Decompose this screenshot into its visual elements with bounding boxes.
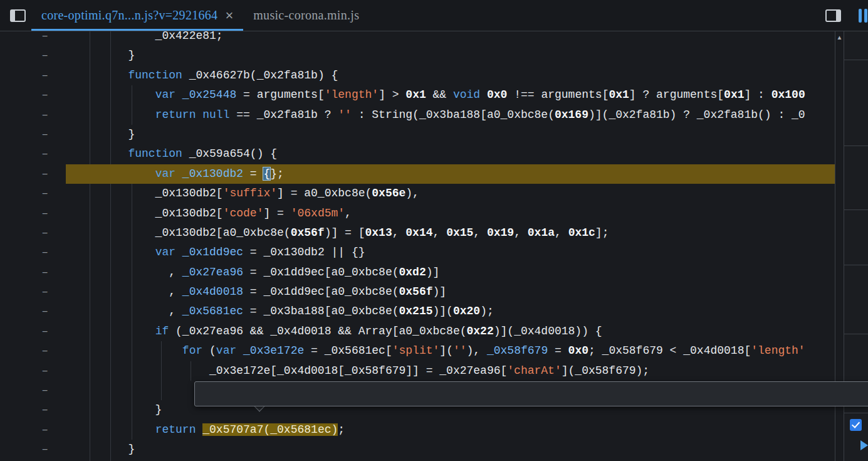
toggle-debugger-sidebar-button[interactable] <box>825 9 841 22</box>
code-token: 0x13 <box>365 226 392 239</box>
code-token: _0x59a654() { <box>182 147 277 160</box>
code-token: '' <box>338 109 352 121</box>
pause-script-icon[interactable] <box>859 9 867 23</box>
line-gutter[interactable]: – <box>0 184 66 203</box>
code-token: '' <box>453 344 467 357</box>
code-token: )] = [ <box>325 226 365 239</box>
code-token: = _0x1dd9ec[a0_0xbc8e( <box>243 266 399 278</box>
toggle-navigator-sidebar-button[interactable] <box>4 0 31 31</box>
code-token: 'code' <box>223 207 264 220</box>
code-line-text: function _0x59a654() { <box>66 144 835 164</box>
code-token: && <box>426 88 453 101</box>
code-token: )] <box>426 266 440 278</box>
line-gutter[interactable]: – <box>0 282 66 302</box>
line-gutter[interactable]: – <box>0 164 66 184</box>
breakpoint-checkbox[interactable] <box>850 419 862 431</box>
code-token: 'suffix' <box>223 187 277 199</box>
code-token: 0x56f <box>399 285 433 298</box>
line-gutter[interactable]: – <box>0 223 66 243</box>
code-token: 0x15 <box>446 226 473 239</box>
code-line-text: , _0x5681ec = _0x3ba188[a0_0xbc8e(0x215)… <box>66 302 835 321</box>
code-token: _0x58f679 <box>487 344 548 357</box>
line-gutter[interactable]: – <box>0 243 66 262</box>
code-token: _0x422e81; <box>74 31 223 42</box>
code-line[interactable]: – _0x3e172e[_0x4d0018[_0x58f679]] = _0x2… <box>0 361 835 381</box>
code-line[interactable]: – , _0x4d0018 = _0x1dd9ec[a0_0xbc8e(0x56… <box>0 282 835 302</box>
code-token <box>175 246 182 258</box>
code-line-highlighted[interactable]: – var _0x130db2 = {}; <box>0 164 835 184</box>
code-token: _0x130db2[ <box>74 187 223 199</box>
code-line-text: _0x130db2['suffix'] = a0_0xbc8e(0x56e), <box>66 184 835 203</box>
code-token: null <box>202 109 229 121</box>
code-line[interactable]: – if (_0x27ea96 && _0x4d0018 && Array[a0… <box>0 322 835 341</box>
line-gutter[interactable]: – <box>0 400 66 420</box>
devtools-sources-panel: core-optimi.q7n...n.js?v=2921664 × music… <box>0 0 868 461</box>
line-gutter[interactable]: – <box>0 302 66 321</box>
line-gutter[interactable]: – <box>0 381 66 400</box>
code-token: , <box>514 226 528 239</box>
code-token <box>74 344 182 357</box>
code-token: !== arguments[ <box>507 88 609 101</box>
code-line[interactable]: – _0x130db2['suffix'] = a0_0xbc8e(0x56e)… <box>0 184 835 203</box>
line-gutter[interactable]: – <box>0 204 66 223</box>
code-token: var <box>155 167 175 180</box>
hovered-expression[interactable]: _0x5707a7(_0x5681ec) <box>202 423 338 436</box>
code-token: _0x130db2 <box>182 167 243 180</box>
code-line[interactable]: – } <box>0 125 835 144</box>
code-token: = _0x1dd9ec[a0_0xbc8e( <box>243 285 399 298</box>
line-gutter[interactable]: – <box>0 263 66 282</box>
code-token: 0x56f <box>291 226 325 239</box>
line-gutter[interactable]: – <box>0 420 66 440</box>
code-line[interactable]: – var _0x1dd9ec = _0x130db2 || {} <box>0 243 835 262</box>
line-gutter[interactable]: – <box>0 31 66 46</box>
code-line[interactable]: – return _0x5707a7(_0x5681ec); <box>0 420 835 440</box>
tab-music-corona[interactable]: music-corona.min.js <box>243 0 369 31</box>
line-gutter[interactable]: – <box>0 66 66 85</box>
code-line[interactable]: – _0x422e81; <box>0 31 835 46</box>
line-gutter[interactable]: – <box>0 125 66 144</box>
code-line[interactable]: – } <box>0 46 835 65</box>
resume-script-icon[interactable] <box>860 440 868 450</box>
line-gutter[interactable]: – <box>0 46 66 65</box>
tab-close-icon[interactable]: × <box>225 9 233 23</box>
code-token: , <box>473 226 487 239</box>
code-token: ] : <box>744 88 771 101</box>
line-gutter[interactable]: – <box>0 341 66 361</box>
code-line[interactable]: – , _0x5681ec = _0x3ba188[a0_0xbc8e(0x21… <box>0 302 835 321</box>
line-gutter[interactable]: – <box>0 85 66 105</box>
code-line[interactable]: – _0x130db2[a0_0xbc8e(0x56f)] = [0x13, 0… <box>0 223 835 243</box>
code-line[interactable]: – } <box>0 440 835 459</box>
code-token: ), <box>467 344 487 357</box>
line-gutter[interactable]: – <box>0 440 66 459</box>
code-line[interactable]: – for (var _0x3e172e = _0x5681ec['split'… <box>0 341 835 361</box>
code-token: : String(_0x3ba188[a0_0xbc8e( <box>352 109 555 121</box>
line-gutter[interactable]: – <box>0 144 66 164</box>
scrollbar-up-arrow-icon[interactable]: ▲ <box>835 34 844 41</box>
code-line-text: return _0x5707a7(_0x5681ec); <box>66 420 835 440</box>
tab-label: core-optimi.q7n...n.js?v=2921664 <box>41 8 217 23</box>
code-line[interactable]: – , _0x27ea96 = _0x1dd9ec[a0_0xbc8e(0xd2… <box>0 263 835 282</box>
code-token: } <box>74 49 135 61</box>
code-token <box>74 88 155 101</box>
code-line[interactable]: – function _0x59a654() { <box>0 144 835 164</box>
line-gutter[interactable]: – <box>0 361 66 381</box>
code-token <box>74 69 128 82</box>
matched-bracket: { <box>263 167 270 180</box>
code-token <box>196 109 202 121</box>
code-line-text: for (var _0x3e172e = _0x5681ec['split'](… <box>66 341 835 361</box>
code-line[interactable]: – return null == _0x2fa81b ? '' : String… <box>0 105 835 125</box>
code-token <box>74 109 155 121</box>
code-token: function <box>128 147 182 160</box>
tab-core-optimi[interactable]: core-optimi.q7n...n.js?v=2921664 × <box>31 0 243 31</box>
code-line[interactable]: – _0x130db2['code'] = '06xd5m', <box>0 204 835 223</box>
code-line[interactable]: – var _0x25448 = arguments['length'] > 0… <box>0 85 835 105</box>
code-token: )]( <box>433 305 453 317</box>
line-gutter[interactable]: – <box>0 322 66 341</box>
line-gutter[interactable]: – <box>0 105 66 125</box>
code-token <box>236 344 243 357</box>
sidebar-divider <box>844 146 868 146</box>
code-line[interactable]: – function _0x46627b(_0x2fa81b) { <box>0 66 835 85</box>
code-token: , <box>74 266 182 278</box>
code-token: ] = <box>263 207 290 220</box>
code-token: = <box>243 167 263 180</box>
